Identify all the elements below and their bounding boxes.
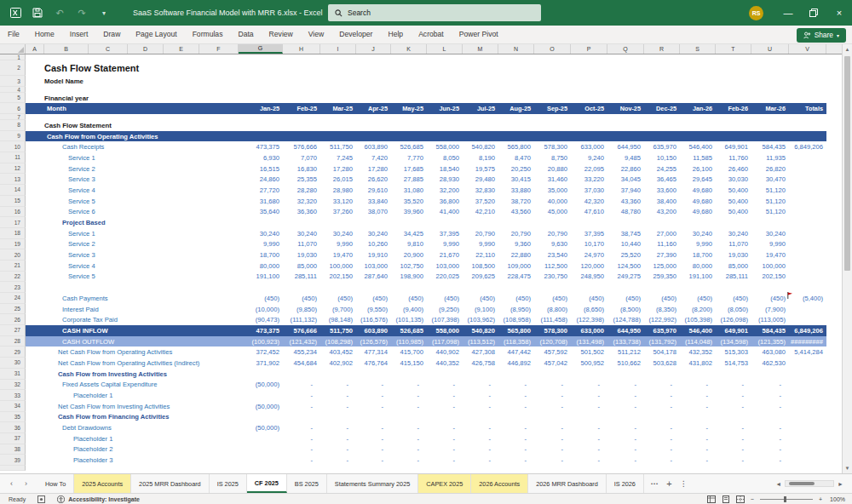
row-label[interactable]: Model Name [26,76,239,87]
row-label[interactable]: Net Cash Flow from Operating Activities … [26,358,239,369]
cell[interactable]: - [751,401,789,412]
cell[interactable]: - [534,444,571,455]
cell[interactable]: 45,000 [534,207,571,218]
cell[interactable]: 9,990 [463,239,498,250]
cell[interactable]: (124,788) [607,314,644,325]
cell[interactable] [789,455,826,466]
sheet-options-icon[interactable]: ⋮ [680,479,688,488]
cell[interactable]: (131,498) [571,336,607,347]
cell[interactable] [789,272,826,283]
cell[interactable]: 34,425 [391,228,427,239]
cell[interactable]: 372,452 [239,346,283,358]
cell[interactable]: 635,970 [644,325,680,336]
column-header-A[interactable]: A [26,44,44,54]
cell[interactable]: Sep-25 [534,103,571,114]
cell[interactable]: 635,970 [644,141,680,152]
cell[interactable]: - [571,455,607,466]
cell[interactable]: - [716,444,751,455]
cell[interactable]: 20,790 [463,228,498,239]
cell[interactable]: 11,760 [716,152,751,163]
cell[interactable]: - [320,433,356,444]
cell[interactable]: 540,820 [463,325,498,336]
column-header-G[interactable]: G [239,44,283,54]
cell[interactable]: (117,098) [427,336,463,347]
next-sheet-icon[interactable]: › [25,479,27,488]
cell[interactable]: - [283,433,320,444]
cell[interactable]: - [751,455,789,466]
sheet-tab-bs-2025[interactable]: BS 2025 [287,474,327,493]
row-number[interactable]: 38 [0,444,26,455]
cell[interactable]: 633,000 [571,325,607,336]
cell[interactable]: - [283,422,320,433]
cell[interactable] [789,358,826,369]
cell[interactable]: - [356,401,391,412]
cell[interactable]: 29,480 [463,174,498,185]
cell[interactable] [789,444,826,455]
cell[interactable]: 19,910 [356,249,391,261]
cell[interactable]: (8,200) [680,304,716,315]
cell[interactable]: (111,132) [283,314,320,325]
cell[interactable]: Aug-25 [498,103,534,114]
column-header-O[interactable]: O [534,44,571,54]
cell[interactable]: 11,585 [680,152,716,163]
row-number[interactable]: 30 [0,358,26,369]
cell[interactable]: (113,005) [751,314,789,325]
ribbon-tab-view[interactable]: View [301,26,331,43]
cell[interactable]: 9,485 [607,152,644,163]
cell[interactable]: 473,375 [239,141,283,152]
sheet-tab-2026-mrr-dashboard[interactable]: 2026 MRR Dashboard [528,474,607,493]
sheet-tab-2025-mrr-dashboard[interactable]: 2025 MRR Dashboard [131,474,210,493]
zoom-out-icon[interactable]: − [751,496,754,502]
cell[interactable]: - [607,422,644,433]
cell[interactable]: (133,738) [607,336,644,347]
cell[interactable]: Jan-26 [680,103,716,114]
cell[interactable]: 48,780 [607,207,644,218]
cell[interactable]: (98,148) [320,314,356,325]
cell[interactable]: 50,400 [716,196,751,207]
cell[interactable]: 432,352 [680,346,716,358]
cell[interactable] [789,207,826,218]
cell[interactable]: (9,250) [427,304,463,315]
cell[interactable]: - [283,444,320,455]
cell[interactable]: 440,902 [427,346,463,358]
cell[interactable]: (114,048) [680,336,716,347]
row-label[interactable] [26,466,239,471]
row-number[interactable]: 28 [0,336,26,347]
row-label[interactable] [26,282,239,293]
column-header-L[interactable]: L [427,44,463,54]
row-label[interactable] [26,114,239,120]
sheet-tab-is-2026[interactable]: IS 2026 [607,474,644,493]
row-label[interactable]: Cash Flow from Operating Activities [26,131,826,142]
row-label[interactable]: Net Cash Flow from Operating Activities [26,346,239,358]
cell[interactable]: 19,030 [716,249,751,261]
account-avatar[interactable]: RS [749,6,763,20]
cell[interactable]: - [320,455,356,466]
cell[interactable]: 120,000 [571,261,607,272]
row-number[interactable]: 7 [0,114,26,120]
row-label[interactable]: Service 3 [26,249,239,261]
cell[interactable]: Totals [789,103,826,114]
cell[interactable]: - [427,444,463,455]
column-header-F[interactable]: F [199,44,239,54]
cell[interactable]: 49,680 [680,196,716,207]
row-label[interactable]: Service 5 [26,272,239,283]
cell[interactable]: 35,000 [534,185,571,196]
row-label[interactable]: Service 3 [26,174,239,185]
cell[interactable]: 558,000 [427,141,463,152]
cell[interactable]: 16,830 [283,163,320,175]
cell[interactable] [789,152,826,163]
cell[interactable]: 9,810 [391,239,427,250]
cell[interactable]: 31,680 [239,196,283,207]
cell[interactable]: 30,470 [751,174,789,185]
cell[interactable]: 33,220 [571,174,607,185]
row-number[interactable]: 35 [0,412,26,423]
cell[interactable]: - [463,444,498,455]
cell[interactable]: - [644,444,680,455]
cell[interactable]: 22,880 [498,249,534,261]
cell[interactable]: 6,930 [239,152,283,163]
cell[interactable]: (10,000) [239,304,283,315]
cell[interactable]: 198,900 [391,272,427,283]
cell[interactable]: (8,650) [571,304,607,315]
cell[interactable]: 32,200 [427,185,463,196]
cell[interactable]: 578,300 [534,141,571,152]
